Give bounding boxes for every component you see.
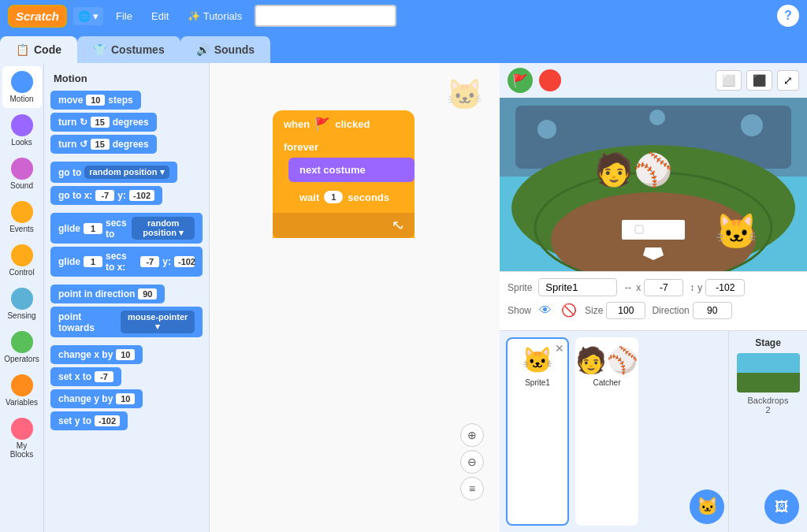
operators-circle — [11, 331, 33, 353]
fullscreen-button[interactable]: ⤢ — [777, 70, 799, 91]
sprite-thumb-catcher[interactable]: 🧑‍⚾ Catcher — [575, 337, 638, 526]
help-button[interactable]: ? — [777, 5, 799, 27]
block-turn-ccw[interactable]: turn ↺ 15 degrees — [50, 135, 157, 154]
sprite-info-row-1: Sprite ↔ x ↕ y — [508, 278, 799, 296]
globe-arrow: ▾ — [93, 10, 99, 22]
sprite1-emoji: 🐱 — [522, 345, 553, 375]
code-icon: 📋 — [16, 43, 29, 56]
block-set-y[interactable]: set y to -102 — [50, 411, 128, 430]
globe-icon: 🌐 — [78, 10, 91, 22]
costumes-icon: 👕 — [93, 43, 106, 56]
sidebar-item-variables[interactable]: Variables — [2, 370, 42, 411]
sidebar-item-looks[interactable]: Looks — [2, 110, 42, 151]
sprite-name-input[interactable] — [538, 278, 617, 296]
sidebar: Motion Looks Sound Events Control Sensin… — [0, 63, 44, 532]
tab-costumes[interactable]: 👕 Costumes — [77, 36, 180, 63]
add-sprite-button[interactable]: 🐱 — [690, 489, 724, 524]
stage-thumb-inner — [737, 353, 800, 392]
forever-cap: ↩ — [273, 213, 415, 238]
sprite-info-panel: Sprite ↔ x ↕ y Show 👁 🚫 Size — [500, 271, 807, 331]
block-wait[interactable]: wait 1 seconds — [288, 184, 415, 210]
zoom-out-button[interactable]: ⊖ — [460, 450, 484, 474]
zoom-controls: ⊕ ⊖ ≡ — [460, 423, 484, 500]
add-sprite-icon: 🐱 — [697, 497, 718, 517]
stage-player-sprite: 🧑‍⚾ — [594, 151, 673, 188]
looks-circle — [11, 114, 33, 136]
svg-point-3 — [537, 120, 556, 139]
block-glide2[interactable]: glide 1 secs to x: -7 y: -102 — [50, 247, 203, 277]
normal-view-button[interactable]: ⬜ — [716, 70, 742, 91]
catcher-emoji: 🧑‍⚾ — [575, 345, 638, 375]
blocks-panel: Motion move 10 steps turn ↻ 15 degrees t… — [44, 63, 210, 532]
block-set-x[interactable]: set x to -7 — [50, 367, 121, 386]
script-area: 🐱 when 🚩 clicked forever next costume — [210, 63, 500, 532]
show-eye-button[interactable]: 👁 — [537, 302, 553, 319]
stop-button[interactable] — [539, 69, 561, 91]
sidebar-item-sensing[interactable]: Sensing — [2, 283, 42, 325]
script-container: when 🚩 clicked forever next costume — [273, 110, 415, 238]
block-next-costume[interactable]: next costume — [288, 158, 415, 182]
sprite-thumb-sprite1[interactable]: ✕ 🐱 Sprite1 — [506, 337, 569, 526]
x-coord-input[interactable] — [644, 279, 683, 296]
block-change-x[interactable]: change x by 10 — [50, 345, 143, 364]
scratch-logo[interactable]: Scratch — [8, 5, 67, 28]
svg-point-5 — [649, 110, 665, 125]
zoom-fit-button[interactable]: ≡ — [460, 477, 484, 500]
sprite-info-row-2: Show 👁 🚫 Size Direction — [508, 301, 799, 319]
fullscreen-icon: ⤢ — [783, 74, 793, 87]
main-area: Motion Looks Sound Events Control Sensin… — [0, 63, 807, 532]
project-name-input[interactable] — [255, 5, 396, 27]
tabbar: 📋 Code 👕 Costumes 🔊 Sounds — [0, 32, 807, 63]
block-turn-cw[interactable]: turn ↻ 15 degrees — [50, 113, 157, 132]
loop-arrow-icon: ↩ — [387, 215, 407, 236]
sidebar-item-events[interactable]: Events — [2, 196, 42, 238]
big-view-icon: ⬛ — [753, 74, 766, 87]
svg-rect-9 — [622, 220, 685, 240]
stage-thumbnail[interactable] — [737, 353, 800, 392]
topbar: Scratch 🌐 ▾ File Edit ✨ Tutorials ? — [0, 0, 807, 32]
myblocks-circle — [11, 418, 33, 440]
svg-point-4 — [741, 114, 763, 136]
green-flag-button[interactable]: 🚩 — [508, 68, 533, 93]
add-stage-button[interactable]: 🖼 — [764, 489, 799, 524]
sidebar-item-myblocks[interactable]: My Blocks — [2, 413, 42, 463]
block-change-y[interactable]: change y by 10 — [50, 389, 143, 408]
tab-code[interactable]: 📋 Code — [0, 36, 77, 63]
hide-eye-button[interactable]: 🚫 — [560, 301, 578, 319]
block-forever[interactable]: forever next costume wait 1 seconds — [273, 136, 415, 238]
scratch-cat-hint: 🐱 — [446, 77, 478, 109]
forever-inner: next costume wait 1 seconds — [288, 158, 415, 213]
sprite-list-row: ✕ 🐱 Sprite1 🧑‍⚾ Catcher 🐱 Stage B — [500, 331, 807, 532]
tutorials-button[interactable]: ✨ Tutorials — [181, 7, 248, 25]
direction-group: Direction — [652, 302, 731, 319]
sprite1-delete-button[interactable]: ✕ — [555, 342, 564, 355]
block-point-direction[interactable]: point in direction 90 — [50, 285, 165, 303]
sidebar-item-motion[interactable]: Motion — [2, 66, 42, 108]
stage-cat-sprite: 🐱 — [715, 211, 758, 252]
sidebar-item-sound[interactable]: Sound — [2, 153, 42, 195]
big-view-button[interactable]: ⬛ — [746, 70, 772, 91]
globe-button[interactable]: 🌐 ▾ — [73, 7, 103, 25]
direction-input[interactable] — [693, 302, 732, 319]
block-point-towards[interactable]: point towards mouse-pointer ▾ — [50, 307, 203, 337]
zoom-in-button[interactable]: ⊕ — [460, 423, 484, 447]
tab-sounds[interactable]: 🔊 Sounds — [180, 36, 270, 63]
sidebar-item-control[interactable]: Control — [2, 240, 42, 281]
stage-view-controls: ⬜ ⬛ ⤢ — [716, 70, 799, 91]
edit-menu[interactable]: Edit — [145, 7, 175, 25]
size-input[interactable] — [606, 302, 645, 319]
block-glide1[interactable]: glide 1 secs to random position ▾ — [50, 213, 203, 244]
stage-field-svg: 🧑‍⚾ 🐱 — [500, 98, 807, 271]
file-menu[interactable]: File — [110, 7, 139, 25]
block-goto-xy[interactable]: go to x: -7 y: -102 — [50, 186, 162, 205]
y-coord-input[interactable] — [705, 279, 745, 296]
block-goto[interactable]: go to random position ▾ — [50, 162, 177, 183]
zoom-out-icon: ⊖ — [467, 456, 477, 468]
sidebar-item-operators[interactable]: Operators — [2, 326, 42, 368]
block-when-flag-clicked[interactable]: when 🚩 clicked — [273, 110, 415, 136]
block-move[interactable]: move 10 steps — [50, 91, 141, 110]
stage-controls: 🚩 ⬜ ⬛ ⤢ — [500, 63, 807, 98]
variables-circle — [11, 374, 33, 396]
sounds-icon: 🔊 — [196, 43, 210, 56]
zoom-in-icon: ⊕ — [467, 429, 477, 441]
